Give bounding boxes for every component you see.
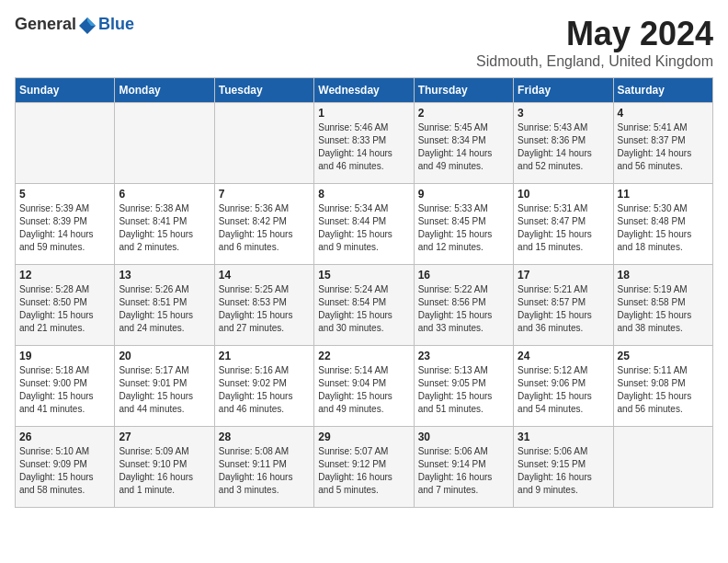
calendar-table: SundayMondayTuesdayWednesdayThursdayFrid…: [15, 77, 713, 508]
day-number: 30: [418, 431, 509, 443]
day-info: Sunrise: 5:12 AM Sunset: 9:06 PM Dayligh…: [518, 364, 609, 416]
header-day-tuesday: Tuesday: [214, 78, 313, 103]
day-number: 12: [19, 269, 110, 282]
day-info: Sunrise: 5:19 AM Sunset: 8:58 PM Dayligh…: [618, 283, 709, 335]
day-number: 16: [418, 269, 509, 282]
calendar-day-cell: 20Sunrise: 5:17 AM Sunset: 9:01 PM Dayli…: [115, 346, 214, 427]
calendar-day-cell: 2Sunrise: 5:45 AM Sunset: 8:34 PM Daylig…: [414, 103, 513, 184]
calendar-day-cell: 9Sunrise: 5:33 AM Sunset: 8:45 PM Daylig…: [414, 184, 513, 265]
empty-cell: [16, 103, 115, 184]
calendar-day-cell: 24Sunrise: 5:12 AM Sunset: 9:06 PM Dayli…: [514, 346, 613, 427]
day-info: Sunrise: 5:31 AM Sunset: 8:47 PM Dayligh…: [518, 202, 609, 254]
calendar-day-cell: 30Sunrise: 5:06 AM Sunset: 9:14 PM Dayli…: [414, 427, 513, 508]
empty-cell: [115, 103, 214, 184]
day-info: Sunrise: 5:24 AM Sunset: 8:54 PM Dayligh…: [318, 283, 409, 335]
day-info: Sunrise: 5:28 AM Sunset: 8:50 PM Dayligh…: [19, 283, 110, 335]
logo-general-text: GeneralBlue: [15, 15, 134, 36]
day-info: Sunrise: 5:06 AM Sunset: 9:15 PM Dayligh…: [518, 445, 609, 497]
day-info: Sunrise: 5:07 AM Sunset: 9:12 PM Dayligh…: [318, 445, 409, 497]
calendar-day-cell: 23Sunrise: 5:13 AM Sunset: 9:05 PM Dayli…: [414, 346, 513, 427]
day-info: Sunrise: 5:34 AM Sunset: 8:44 PM Dayligh…: [318, 202, 409, 254]
header-day-wednesday: Wednesday: [314, 78, 414, 103]
day-number: 23: [418, 350, 509, 362]
day-info: Sunrise: 5:13 AM Sunset: 9:05 PM Dayligh…: [418, 364, 509, 416]
day-info: Sunrise: 5:16 AM Sunset: 9:02 PM Dayligh…: [219, 364, 310, 416]
day-number: 13: [119, 269, 210, 282]
calendar-day-cell: 15Sunrise: 5:24 AM Sunset: 8:54 PM Dayli…: [314, 265, 414, 346]
header-day-thursday: Thursday: [414, 78, 513, 103]
day-info: Sunrise: 5:08 AM Sunset: 9:11 PM Dayligh…: [219, 445, 310, 497]
day-info: Sunrise: 5:17 AM Sunset: 9:01 PM Dayligh…: [119, 364, 210, 416]
day-info: Sunrise: 5:30 AM Sunset: 8:48 PM Dayligh…: [618, 202, 709, 254]
calendar-week-row: 1Sunrise: 5:46 AM Sunset: 8:33 PM Daylig…: [16, 103, 713, 184]
calendar-day-cell: 1Sunrise: 5:46 AM Sunset: 8:33 PM Daylig…: [314, 103, 414, 184]
day-number: 26: [19, 431, 110, 443]
calendar-day-cell: 16Sunrise: 5:22 AM Sunset: 8:56 PM Dayli…: [414, 265, 513, 346]
day-number: 6: [119, 188, 210, 201]
day-number: 1: [318, 107, 409, 120]
day-info: Sunrise: 5:26 AM Sunset: 8:51 PM Dayligh…: [119, 283, 210, 335]
day-number: 31: [518, 431, 609, 443]
calendar-day-cell: 8Sunrise: 5:34 AM Sunset: 8:44 PM Daylig…: [314, 184, 414, 265]
location-subtitle: Sidmouth, England, United Kingdom: [476, 53, 713, 70]
day-info: Sunrise: 5:18 AM Sunset: 9:00 PM Dayligh…: [19, 364, 110, 416]
page-header: GeneralBlue May 2024 Sidmouth, England, …: [15, 15, 713, 70]
day-info: Sunrise: 5:43 AM Sunset: 8:36 PM Dayligh…: [518, 121, 609, 173]
calendar-day-cell: 25Sunrise: 5:11 AM Sunset: 9:08 PM Dayli…: [613, 346, 712, 427]
day-number: 19: [19, 350, 110, 362]
calendar-day-cell: 31Sunrise: 5:06 AM Sunset: 9:15 PM Dayli…: [514, 427, 613, 508]
header-day-saturday: Saturday: [613, 78, 712, 103]
day-number: 5: [19, 188, 110, 201]
day-info: Sunrise: 5:06 AM Sunset: 9:14 PM Dayligh…: [418, 445, 509, 497]
empty-cell: [613, 427, 712, 508]
day-number: 20: [119, 350, 210, 362]
calendar-day-cell: 7Sunrise: 5:36 AM Sunset: 8:42 PM Daylig…: [214, 184, 313, 265]
calendar-day-cell: 27Sunrise: 5:09 AM Sunset: 9:10 PM Dayli…: [115, 427, 214, 508]
calendar-day-cell: 13Sunrise: 5:26 AM Sunset: 8:51 PM Dayli…: [115, 265, 214, 346]
calendar-week-row: 26Sunrise: 5:10 AM Sunset: 9:09 PM Dayli…: [16, 427, 713, 508]
month-year-title: May 2024: [476, 15, 713, 53]
calendar-day-cell: 10Sunrise: 5:31 AM Sunset: 8:47 PM Dayli…: [514, 184, 613, 265]
calendar-day-cell: 14Sunrise: 5:25 AM Sunset: 8:53 PM Dayli…: [214, 265, 313, 346]
day-number: 21: [219, 350, 310, 362]
day-number: 18: [618, 269, 709, 282]
header-day-sunday: Sunday: [16, 78, 115, 103]
calendar-day-cell: 5Sunrise: 5:39 AM Sunset: 8:39 PM Daylig…: [16, 184, 115, 265]
logo-text-general: General: [15, 15, 76, 33]
day-number: 28: [219, 431, 310, 443]
day-number: 17: [518, 269, 609, 282]
calendar-day-cell: 4Sunrise: 5:41 AM Sunset: 8:37 PM Daylig…: [613, 103, 712, 184]
day-info: Sunrise: 5:11 AM Sunset: 9:08 PM Dayligh…: [618, 364, 709, 416]
calendar-day-cell: 29Sunrise: 5:07 AM Sunset: 9:12 PM Dayli…: [314, 427, 414, 508]
calendar-day-cell: 18Sunrise: 5:19 AM Sunset: 8:58 PM Dayli…: [613, 265, 712, 346]
day-number: 9: [418, 188, 509, 201]
day-info: Sunrise: 5:21 AM Sunset: 8:57 PM Dayligh…: [518, 283, 609, 335]
day-number: 11: [618, 188, 709, 201]
day-info: Sunrise: 5:10 AM Sunset: 9:09 PM Dayligh…: [19, 445, 110, 497]
calendar-day-cell: 28Sunrise: 5:08 AM Sunset: 9:11 PM Dayli…: [214, 427, 313, 508]
day-number: 15: [318, 269, 409, 282]
day-number: 8: [318, 188, 409, 201]
logo-text-blue: Blue: [98, 15, 134, 33]
day-info: Sunrise: 5:45 AM Sunset: 8:34 PM Dayligh…: [418, 121, 509, 173]
day-number: 27: [119, 431, 210, 443]
calendar-day-cell: 12Sunrise: 5:28 AM Sunset: 8:50 PM Dayli…: [16, 265, 115, 346]
day-number: 25: [618, 350, 709, 362]
day-info: Sunrise: 5:22 AM Sunset: 8:56 PM Dayligh…: [418, 283, 509, 335]
day-number: 10: [518, 188, 609, 201]
day-info: Sunrise: 5:41 AM Sunset: 8:37 PM Dayligh…: [618, 121, 709, 173]
day-info: Sunrise: 5:33 AM Sunset: 8:45 PM Dayligh…: [418, 202, 509, 254]
day-info: Sunrise: 5:39 AM Sunset: 8:39 PM Dayligh…: [19, 202, 110, 254]
day-number: 7: [219, 188, 310, 201]
logo-icon: [77, 16, 97, 36]
day-number: 3: [518, 107, 609, 120]
calendar-week-row: 12Sunrise: 5:28 AM Sunset: 8:50 PM Dayli…: [16, 265, 713, 346]
day-info: Sunrise: 5:46 AM Sunset: 8:33 PM Dayligh…: [318, 121, 409, 173]
header-day-monday: Monday: [115, 78, 214, 103]
calendar-day-cell: 11Sunrise: 5:30 AM Sunset: 8:48 PM Dayli…: [613, 184, 712, 265]
day-info: Sunrise: 5:14 AM Sunset: 9:04 PM Dayligh…: [318, 364, 409, 416]
calendar-day-cell: 26Sunrise: 5:10 AM Sunset: 9:09 PM Dayli…: [16, 427, 115, 508]
calendar-day-cell: 17Sunrise: 5:21 AM Sunset: 8:57 PM Dayli…: [514, 265, 613, 346]
day-number: 22: [318, 350, 409, 362]
day-info: Sunrise: 5:25 AM Sunset: 8:53 PM Dayligh…: [219, 283, 310, 335]
